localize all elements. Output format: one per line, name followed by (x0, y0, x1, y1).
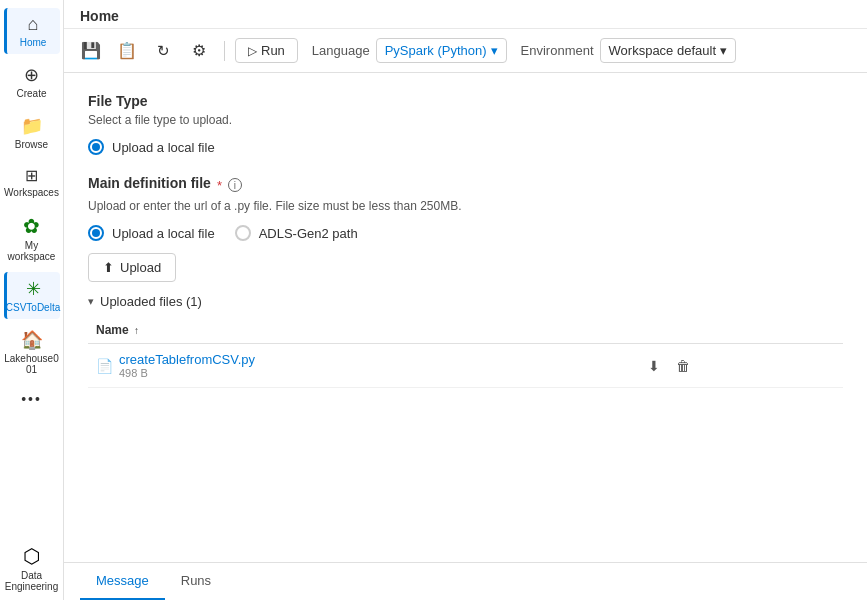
sidebar-item-label: Workspaces (4, 187, 59, 198)
radio-local-file-2[interactable]: Upload a local file (88, 225, 215, 241)
sidebar-item-lakehouse[interactable]: 🏠 Lakehouse0 01 (4, 323, 60, 381)
sidebar-item-data-engineering[interactable]: ⬡ Data Engineering (4, 538, 60, 600)
upload-icon: ⬆ (103, 260, 114, 275)
sidebar-item-label: My workspace (8, 240, 56, 262)
radio-circle-local2 (88, 225, 104, 241)
file-actions-cell: ⬇ 🗑 (636, 344, 843, 388)
sidebar-item-workspaces[interactable]: ⊞ Workspaces (4, 160, 60, 204)
main-area: Home 💾 📋 ↻ ⚙ ▷ Run Language PySpark (Pyt… (64, 0, 867, 600)
home-icon: ⌂ (28, 14, 39, 35)
workspaces-icon: ⊞ (25, 166, 38, 185)
sidebar-item-csvtodelta[interactable]: ✳ CSVToDelta (4, 272, 60, 319)
file-type-title: File Type (88, 93, 843, 109)
tab-message[interactable]: Message (80, 563, 165, 600)
main-def-radio-row: Upload a local file ADLS-Gen2 path (88, 225, 843, 241)
lakehouse-icon: 🏠 (21, 329, 43, 351)
file-type-section: File Type Select a file type to upload. … (88, 93, 843, 155)
required-star: * (217, 178, 222, 193)
browse-icon: 📁 (21, 115, 43, 137)
more-icon: ••• (21, 391, 42, 407)
environment-label: Environment (521, 43, 594, 58)
sidebar-item-create[interactable]: ⊕ Create (4, 58, 60, 105)
file-icon: 📄 (96, 358, 113, 374)
content-area: File Type Select a file type to upload. … (64, 73, 867, 562)
file-link[interactable]: createTablefromCSV.py (119, 352, 255, 367)
save-button[interactable]: 💾 (76, 36, 106, 66)
radio-local-file[interactable]: Upload a local file (88, 139, 843, 155)
sidebar-item-label: Browse (15, 139, 48, 150)
sidebar-item-label: Home (20, 37, 47, 48)
uploaded-files-label: Uploaded files (1) (100, 294, 202, 309)
csvtodelta-icon: ✳ (26, 278, 41, 300)
main-def-title: Main definition file (88, 175, 211, 191)
download-button[interactable]: ⬇ (644, 356, 664, 376)
sidebar-item-label: Lakehouse0 01 (4, 353, 59, 375)
create-icon: ⊕ (24, 64, 39, 86)
radio-adls[interactable]: ADLS-Gen2 path (235, 225, 358, 241)
language-label: Language (312, 43, 370, 58)
col-actions-header (636, 317, 843, 344)
refresh-button[interactable]: ↻ (148, 36, 178, 66)
sidebar-item-label: Create (16, 88, 46, 99)
sort-icon: ↑ (134, 325, 139, 336)
bottom-tabs: Message Runs (64, 562, 867, 600)
sidebar-item-home[interactable]: ⌂ Home (4, 8, 60, 54)
col-name-header[interactable]: Name ↑ (88, 317, 636, 344)
file-size: 498 B (119, 367, 255, 379)
file-type-radio-group: Upload a local file (88, 139, 843, 155)
main-def-desc: Upload or enter the url of a .py file. F… (88, 199, 843, 213)
uploaded-files-header[interactable]: ▾ Uploaded files (1) (88, 294, 843, 309)
run-button[interactable]: ▷ Run (235, 38, 298, 63)
separator (224, 41, 225, 61)
sidebar-bottom-label: Data Engineering (5, 570, 58, 592)
run-icon: ▷ (248, 44, 257, 58)
sidebar-item-more[interactable]: ••• (4, 385, 60, 413)
info-icon[interactable]: i (228, 178, 242, 192)
chevron-down-icon: ▾ (720, 43, 727, 58)
data-engineering-icon: ⬡ (23, 544, 40, 568)
radio-label-adls: ADLS-Gen2 path (259, 226, 358, 241)
files-table: Name ↑ 📄 createTablefromCSV.py (88, 317, 843, 388)
my-workspace-icon: ✿ (23, 214, 40, 238)
radio-circle-adls (235, 225, 251, 241)
upload-button[interactable]: ⬆ Upload (88, 253, 176, 282)
main-definition-section: Main definition file * i Upload or enter… (88, 175, 843, 388)
sidebar-item-label: CSVToDelta (6, 302, 60, 313)
delete-button[interactable]: 🗑 (672, 356, 694, 376)
page-title: Home (64, 0, 867, 29)
sidebar-item-browse[interactable]: 📁 Browse (4, 109, 60, 156)
toolbar: 💾 📋 ↻ ⚙ ▷ Run Language PySpark (Python) … (64, 29, 867, 73)
radio-label-local: Upload a local file (112, 140, 215, 155)
file-name-cell: 📄 createTablefromCSV.py 498 B (88, 344, 636, 388)
file-type-subtitle: Select a file type to upload. (88, 113, 843, 127)
chevron-down-icon: ▾ (491, 43, 498, 58)
radio-circle-local (88, 139, 104, 155)
environment-select[interactable]: Workspace default ▾ (600, 38, 736, 63)
sidebar: ⌂ Home ⊕ Create 📁 Browse ⊞ Workspaces ✿ … (0, 0, 64, 600)
main-def-title-row: Main definition file * i (88, 175, 843, 195)
table-row: 📄 createTablefromCSV.py 498 B ⬇ 🗑 (88, 344, 843, 388)
settings-button[interactable]: ⚙ (184, 36, 214, 66)
tab-runs[interactable]: Runs (165, 563, 227, 600)
chevron-icon: ▾ (88, 295, 94, 308)
radio-label-local2: Upload a local file (112, 226, 215, 241)
language-select[interactable]: PySpark (Python) ▾ (376, 38, 507, 63)
sidebar-item-my-workspace[interactable]: ✿ My workspace (4, 208, 60, 268)
notebook-button[interactable]: 📋 (112, 36, 142, 66)
